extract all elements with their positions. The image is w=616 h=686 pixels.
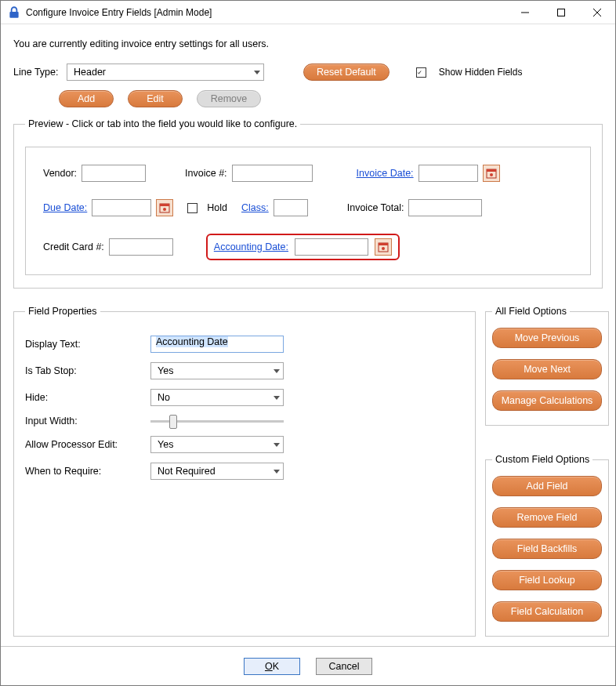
vendor-label: Vendor: (43, 168, 77, 179)
checkbox-checked-icon (416, 67, 426, 78)
move-previous-button[interactable]: Move Previous (492, 328, 602, 348)
hide-select[interactable]: No (150, 389, 284, 406)
add-button[interactable]: Add (59, 90, 114, 107)
line-type-value: Header (74, 67, 106, 78)
chevron-down-icon (274, 443, 280, 447)
ok-button[interactable]: OK (244, 658, 300, 675)
allow-processor-edit-label: Allow Processor Edit: (25, 439, 150, 450)
line-type-select[interactable]: Header (67, 64, 264, 81)
class-label[interactable]: Class: (241, 202, 269, 213)
invoice-total-label: Invoice Total: (347, 202, 404, 213)
invoice-date-calendar-button[interactable] (483, 165, 500, 182)
invoice-total-input[interactable] (408, 199, 482, 216)
minimize-button[interactable] (507, 1, 543, 24)
all-field-options-fieldset: All Field Options Move Previous Move Nex… (485, 306, 609, 426)
due-date-calendar-button[interactable] (156, 199, 173, 216)
invoice-num-label: Invoice #: (185, 168, 227, 179)
close-icon (593, 9, 601, 16)
svg-point-7 (490, 173, 493, 176)
move-next-button[interactable]: Move Next (492, 359, 602, 379)
svg-rect-2 (558, 9, 565, 16)
field-calculation-button[interactable]: Field Calculation (492, 601, 602, 622)
all-field-options-legend: All Field Options (492, 306, 570, 317)
when-to-require-label: When to Require: (25, 466, 150, 477)
svg-rect-9 (160, 204, 169, 206)
remove-field-button[interactable]: Remove Field (492, 507, 602, 528)
due-date-label[interactable]: Due Date: (43, 202, 87, 213)
remove-button[interactable]: Remove (197, 90, 261, 107)
cancel-button[interactable]: Cancel (316, 658, 372, 675)
line-type-label: Line Type: (13, 67, 59, 78)
display-text-label: Display Text: (25, 339, 150, 350)
hold-label: Hold (207, 202, 227, 213)
show-hidden-label: Show Hidden Fields (439, 67, 523, 78)
close-button[interactable] (579, 1, 615, 24)
preview-fieldset: Preview - Click or tab into the field yo… (13, 118, 603, 289)
field-backfills-button[interactable]: Field Backfills (492, 539, 602, 559)
invoice-num-input[interactable] (232, 165, 313, 182)
invoice-date-input[interactable] (419, 165, 478, 182)
calendar-icon (486, 168, 497, 179)
dialog-footer: OK Cancel (1, 646, 615, 685)
titlebar: Configure Invoice Entry Fields [Admin Mo… (1, 1, 615, 24)
calendar-icon (378, 241, 389, 252)
chevron-down-icon (254, 71, 260, 74)
app-window: Configure Invoice Entry Fields [Admin Mo… (0, 0, 616, 686)
hold-checkbox[interactable] (187, 203, 197, 213)
chevron-down-icon (274, 396, 280, 400)
manage-calculations-button[interactable]: Manage Calculations (492, 390, 602, 411)
is-tab-stop-label: Is Tab Stop: (25, 365, 150, 376)
preview-legend: Preview - Click or tab into the field yo… (25, 118, 300, 129)
accounting-date-highlight: Accounting Date: (206, 234, 400, 260)
maximize-button[interactable] (543, 1, 579, 24)
slider-thumb[interactable] (169, 415, 177, 429)
custom-field-options-legend: Custom Field Options (492, 454, 592, 465)
svg-rect-12 (379, 243, 388, 245)
show-hidden-checkbox[interactable]: Show Hidden Fields (416, 67, 523, 78)
display-text-input[interactable]: Accounting Date (150, 336, 284, 353)
due-date-input[interactable] (92, 199, 151, 216)
accounting-date-label[interactable]: Accounting Date: (214, 241, 288, 252)
custom-field-options-fieldset: Custom Field Options Add Field Remove Fi… (485, 454, 609, 637)
field-properties-legend: Field Properties (25, 306, 100, 317)
input-width-slider[interactable] (150, 420, 284, 423)
svg-point-10 (163, 208, 166, 211)
svg-point-13 (382, 247, 385, 250)
vendor-input[interactable] (82, 165, 146, 182)
accounting-date-input[interactable] (295, 238, 368, 256)
calendar-icon (159, 202, 170, 213)
window-title: Configure Invoice Entry Fields [Admin Mo… (26, 7, 212, 18)
invoice-date-label[interactable]: Invoice Date: (357, 168, 414, 179)
chevron-down-icon (274, 369, 280, 373)
allow-processor-edit-select[interactable]: Yes (150, 436, 284, 453)
add-field-button[interactable]: Add Field (492, 476, 602, 496)
intro-text: You are currently editing invoice entry … (13, 38, 603, 49)
hide-label: Hide: (25, 392, 150, 403)
is-tab-stop-select[interactable]: Yes (150, 362, 284, 379)
edit-button[interactable]: Edit (128, 90, 183, 107)
svg-rect-0 (9, 11, 18, 17)
lock-icon (7, 5, 21, 20)
chevron-down-icon (274, 470, 280, 474)
accounting-date-calendar-button[interactable] (375, 238, 392, 256)
minimize-icon (521, 9, 529, 16)
field-lookup-button[interactable]: Field Lookup (492, 570, 602, 590)
field-properties-fieldset: Field Properties Display Text: Accountin… (13, 306, 476, 637)
preview-box: Vendor: Invoice #: Invoice Date: (25, 147, 591, 275)
when-to-require-select[interactable]: Not Required (150, 463, 284, 480)
maximize-icon (557, 9, 565, 16)
credit-card-label: Credit Card #: (43, 241, 104, 252)
svg-rect-6 (487, 169, 496, 172)
input-width-label: Input Width: (25, 416, 150, 426)
credit-card-input[interactable] (109, 238, 173, 256)
class-input[interactable] (274, 199, 308, 216)
reset-default-button[interactable]: Reset Default (303, 64, 390, 81)
